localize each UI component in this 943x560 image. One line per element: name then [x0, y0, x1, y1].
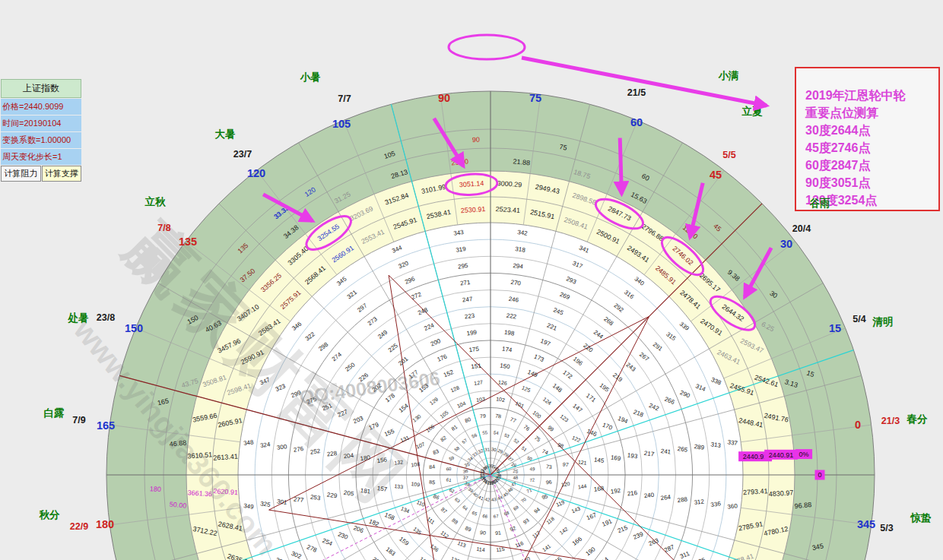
annotation-line: 60度2847点	[805, 157, 938, 174]
annotation-line: 120度3254点	[805, 191, 938, 209]
toolbar-label: K线	[103, 40, 119, 53]
toolbar-item-kline[interactable]: K线	[85, 38, 123, 55]
toolbar-item-p9-square[interactable]: P99P四方形	[182, 38, 245, 55]
select-target-icon[interactable]: ⌖	[371, 61, 388, 76]
pan-right-icon[interactable]: →	[96, 61, 113, 76]
menu-item-工具[interactable]: 工具	[242, 17, 275, 33]
rect-tool-icon[interactable]: □	[262, 61, 278, 76]
window-title: 赢家江恩专业版[赢家服务平台] - [上证指数 江恩轮]	[17, 2, 221, 14]
window-titlebar[interactable]: 赢 赢家江恩专业版[赢家服务平台] - [上证指数 江恩轮]	[0, 0, 943, 17]
cls-icon[interactable]: Cls	[214, 61, 233, 76]
toolbar-label: 9T四方形	[379, 40, 418, 53]
winner-wheel-icon: ◉	[532, 41, 541, 52]
calc-resistance-button[interactable]: 计算阻力	[1, 166, 41, 182]
toolbar-item-t-square[interactable]: T3T四方形	[302, 38, 359, 55]
toolbar-item-winner-wheel[interactable]: ◉赢家轮	[528, 38, 576, 55]
toolbar-label: 赢家服务	[639, 40, 675, 53]
panel-field: 变换系数=1.00000	[1, 132, 81, 148]
menu-logo-icon: 赢	[5, 18, 15, 32]
annotation-line: 30度2644点	[805, 122, 938, 139]
application-window: 赢 赢家江恩专业版[赢家服务平台] - [上证指数 江恩轮] 赢 文件浏览资讯江…	[0, 0, 943, 560]
annotation-line: 2019年江恩轮中轮	[805, 87, 938, 104]
close-x-icon[interactable]: ×	[353, 61, 370, 76]
pan-up-icon[interactable]: ↑	[114, 61, 131, 76]
p9-square-icon: P9	[186, 41, 198, 52]
toolbar-item-t-number[interactable]: TNT数字表	[422, 38, 479, 55]
t-number-icon: TN	[427, 41, 439, 52]
zoom-out-icon[interactable]: ⊖	[169, 61, 186, 76]
instrument-title: 上证指数	[1, 79, 81, 98]
toolbar-main: ▦行情▩板块K线PSP四方形P99P四方形PNP数字表T3T四方形T99T四方形…	[0, 34, 943, 59]
panel-field: 周天变化步长=1	[1, 149, 81, 165]
menu-item-帮助[interactable]: 帮助	[360, 17, 394, 33]
menu-item-浏览[interactable]: 浏览	[56, 17, 90, 33]
rotate-ccw-icon[interactable]: ↶	[316, 61, 333, 76]
menu-items: 文件浏览资讯江恩公式选股设置工具窗口交易委托帮助	[23, 17, 394, 33]
next-icon[interactable]: ▶	[23, 61, 40, 76]
app-logo-icon: 赢	[3, 3, 14, 14]
menu-item-设置[interactable]: 设置	[208, 17, 242, 33]
toolbar-item-quotes-grid[interactable]: ▦行情	[5, 38, 45, 55]
kline-icon	[90, 40, 100, 53]
menu-item-文件[interactable]: 文件	[23, 17, 56, 33]
tool-down-icon[interactable]: ▼	[59, 61, 76, 76]
menu-item-资讯[interactable]: 资讯	[90, 17, 123, 33]
tool-up-icon[interactable]: ▲	[41, 61, 58, 76]
panel-field: 时间=20190104	[1, 115, 81, 131]
quotes-grid-icon: ▦	[9, 41, 19, 52]
toolbar-label: T数字表	[442, 40, 475, 53]
toolbar-item-t9-square[interactable]: T99T四方形	[360, 38, 422, 55]
annotation-line: 重要点位测算	[805, 104, 938, 122]
toolbar-item-hexagon[interactable]: ◎六角形	[576, 38, 625, 55]
window-controls[interactable]	[855, 3, 935, 13]
toolbar-label: 六角形	[594, 40, 621, 53]
toolbar-item-service[interactable]: $赢家服务	[626, 38, 681, 55]
menu-bar: 赢 文件浏览资讯江恩公式选股设置工具窗口交易委托帮助	[0, 17, 943, 34]
zoom-in-icon[interactable]: ⊕	[151, 61, 167, 76]
triangle-tool-icon[interactable]: △	[280, 61, 297, 76]
t9-square-icon: T9	[364, 41, 376, 52]
gann-wheel-icon: ◎	[484, 41, 493, 52]
annotation-line: 90度3051点	[805, 174, 938, 191]
toolbar-label: 赢家轮	[545, 40, 572, 53]
instrument-panel: 上证指数 价格=2440.9099时间=20190104变换系数=1.00000…	[1, 79, 81, 182]
annotation-box: 2019年江恩轮中轮重要点位测算30度2644点45度2746点60度2847点…	[795, 67, 940, 211]
toolbar-label: 板块	[62, 40, 81, 53]
prev-icon[interactable]: ◀	[5, 61, 21, 76]
p-number-icon: PN	[249, 41, 261, 52]
box-x-icon[interactable]: ⊠	[335, 61, 351, 76]
toolbar-label: T四方形	[322, 40, 354, 53]
toolbar-item-p-number[interactable]: PNP数字表	[244, 38, 302, 55]
service-icon: $	[630, 41, 637, 52]
toolbar-item-p-square[interactable]: PSP四方形	[123, 38, 181, 55]
rotate-cw-icon[interactable]: ↷	[298, 61, 315, 76]
toolbar-separator	[190, 62, 191, 75]
toolbar-label: P四方形	[143, 40, 176, 53]
toolbar-label: 9P四方形	[202, 40, 240, 53]
toolbar-item-gann-wheel[interactable]: ◎江恩轮	[479, 38, 528, 55]
toolbar-item-blocks[interactable]: ▩板块	[45, 38, 85, 55]
hexagon-icon: ◎	[581, 41, 590, 52]
toolbar-label: P数字表	[264, 40, 297, 53]
menu-item-交易委托[interactable]: 交易委托	[309, 17, 360, 33]
menu-item-江恩[interactable]: 江恩	[123, 17, 157, 33]
toolbar-label: 行情	[22, 40, 40, 53]
pan-down-icon[interactable]: ↓	[132, 61, 149, 76]
menu-item-窗口[interactable]: 窗口	[275, 17, 309, 33]
toolbar-separator	[256, 62, 257, 75]
panel-field: 价格=2440.9099	[1, 99, 81, 115]
calendar-icon[interactable]: 21	[235, 61, 252, 76]
panel-rows: 价格=2440.9099时间=20190104变换系数=1.00000周天变化步…	[1, 99, 81, 165]
pan-left-icon[interactable]: ←	[78, 61, 94, 76]
menu-item-公式选股[interactable]: 公式选股	[157, 17, 208, 33]
annotation-line: 45度2746点	[805, 139, 938, 157]
t-square-icon: T3	[306, 41, 319, 52]
p-square-icon: PS	[128, 41, 140, 52]
text-height-icon[interactable]: T↕	[195, 61, 212, 76]
blocks-icon: ▩	[49, 41, 59, 52]
toolbar-label: 江恩轮	[496, 40, 523, 53]
calc-support-button[interactable]: 计算支撑	[42, 166, 82, 182]
panel-buttons: 计算阻力计算支撑	[1, 166, 81, 182]
